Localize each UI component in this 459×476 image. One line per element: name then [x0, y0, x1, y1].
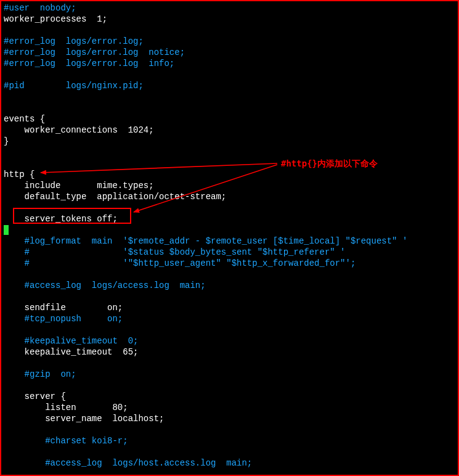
code-line: sendfile on; — [4, 303, 123, 313]
code-line: #gzip on; — [4, 369, 76, 379]
annotation-text: #http{}内添加以下命令 — [281, 158, 378, 170]
code-line: #pid logs/nginx.pid; — [4, 81, 144, 91]
code-line: } — [4, 136, 9, 146]
code-line: server { — [4, 392, 66, 401]
code-line: #log_format main '$remote_addr - $remote… — [4, 236, 407, 246]
screenshot-frame: #user nobody; worker_processes 1; #error… — [0, 0, 459, 476]
code-line: server_name localhost; — [4, 414, 164, 424]
code-line: worker_connections 1024; — [4, 125, 154, 135]
code-line: http { — [4, 170, 35, 179]
code-line: #error_log logs/error.log; — [4, 36, 144, 46]
code-line: events { — [4, 114, 45, 124]
code-line: #access_log logs/host.access.log main; — [4, 458, 252, 468]
code-line: #user nobody; — [4, 3, 76, 13]
code-line: worker_processes 1; — [4, 14, 107, 24]
code-line: server_tokens off; — [4, 214, 118, 224]
code-line: keepalive_timeout 65; — [4, 347, 138, 357]
code-line: #keepalive_timeout 0; — [4, 336, 138, 346]
code-line: # '"$http_user_agent" "$http_x_forwarded… — [4, 258, 355, 268]
nginx-config-code: #user nobody; worker_processes 1; #error… — [4, 2, 407, 476]
code-line: listen 80; — [4, 403, 128, 412]
code-line: #tcp_nopush on; — [4, 314, 123, 324]
code-line: #error_log logs/error.log info; — [4, 59, 174, 68]
code-line: #access_log logs/access.log main; — [4, 281, 206, 290]
code-line: include mime.types; — [4, 181, 154, 191]
code-line: #error_log logs/error.log notice; — [4, 47, 185, 57]
editor-cursor — [4, 225, 9, 235]
code-line: default_type application/octet-stream; — [4, 192, 226, 202]
code-line: # '$status $body_bytes_sent "$http_refer… — [4, 247, 346, 257]
code-line: #charset koi8-r; — [4, 436, 128, 446]
